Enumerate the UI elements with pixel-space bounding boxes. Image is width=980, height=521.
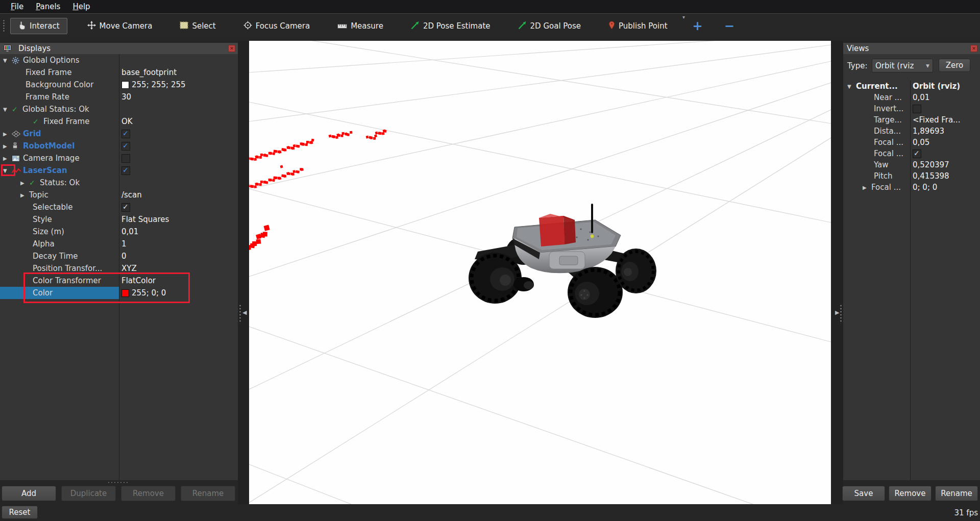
- tool-publish-point[interactable]: Publish Point: [601, 18, 675, 34]
- views-row-invert[interactable]: Invert...: [843, 103, 980, 114]
- toolbar-overflow-arrow[interactable]: ▾: [682, 14, 685, 20]
- expand-arrow-right-icon[interactable]: ▶: [863, 185, 871, 190]
- menu-panels[interactable]: Panels: [30, 1, 66, 12]
- tool-measure[interactable]: Measure: [330, 18, 391, 34]
- rviz-window: FilePanelsHelp InteractMove CameraSelect…: [0, 0, 980, 521]
- display-row-label: Position Transfor...: [33, 264, 102, 273]
- views-row-targe[interactable]: Targe...<Fixed Fra...: [843, 114, 980, 126]
- display-row-label: Alpha: [33, 239, 55, 249]
- tool-2d-goal-pose[interactable]: 2D Goal Pose: [510, 18, 589, 34]
- views-row-near[interactable]: Near ...0,01: [843, 92, 980, 103]
- tool-move-camera[interactable]: Move Camera: [80, 18, 160, 34]
- views-save-button[interactable]: Save: [842, 486, 885, 501]
- display-label-cell: ▶Camera Image: [0, 152, 119, 164]
- reset-button[interactable]: Reset: [2, 506, 38, 519]
- display-value-cell: 1: [119, 238, 238, 250]
- status-ok-check-icon: ✓: [29, 179, 40, 187]
- display-row-value: 255; 255; 255: [132, 80, 186, 89]
- checkbox[interactable]: ✓: [121, 130, 130, 138]
- views-column-divider[interactable]: [910, 81, 911, 480]
- right-splitter-handle[interactable]: [840, 304, 842, 324]
- views-row-focal[interactable]: ▶Focal ...0; 0; 0: [843, 182, 980, 193]
- expand-arrow-down-icon[interactable]: ▼: [3, 58, 12, 63]
- views-value-cell: Orbit (rviz): [910, 81, 980, 92]
- displays-panel-header[interactable]: Displays ✕: [0, 43, 238, 54]
- views-panel-header[interactable]: Views ✕: [843, 43, 980, 54]
- views-row-current[interactable]: ▼Current...Orbit (rviz): [843, 81, 980, 92]
- views-type-label: Type:: [847, 61, 868, 70]
- views-close-icon[interactable]: ✕: [970, 45, 977, 52]
- left-splitter[interactable]: ◀: [238, 41, 249, 504]
- displays-column-divider[interactable]: [119, 54, 119, 480]
- selection-box-icon: [180, 21, 188, 31]
- checkbox[interactable]: ✓: [121, 203, 130, 212]
- display-value-cell: 0,01: [119, 226, 238, 238]
- robot-model-render: [469, 204, 656, 318]
- views-remove-button[interactable]: Remove: [889, 486, 932, 501]
- expand-arrow-right-icon[interactable]: ▶: [3, 156, 12, 161]
- displays-close-icon[interactable]: ✕: [228, 45, 235, 52]
- views-row-pitch[interactable]: Pitch0,415398: [843, 170, 980, 182]
- left-splitter-collapse-icon[interactable]: ◀: [242, 309, 247, 316]
- add-button[interactable]: Add: [2, 486, 56, 501]
- display-value-cell: ✓: [119, 201, 238, 213]
- toolbar-drag-handle[interactable]: [3, 19, 6, 33]
- add-tool-button[interactable]: +: [688, 19, 708, 33]
- views-row-yaw[interactable]: Yaw0,520397: [843, 159, 980, 170]
- views-type-dropdown[interactable]: Orbit (rviz ▼: [872, 59, 933, 72]
- checkbox[interactable]: [121, 154, 130, 163]
- point-pin-icon: [608, 21, 615, 32]
- views-rename-button[interactable]: Rename: [935, 486, 978, 501]
- views-value-cell: 0,520397: [910, 159, 980, 170]
- display-label-cell: ▼✓Global Status: Ok: [0, 103, 119, 115]
- checkbox-check-icon: ✓: [914, 149, 920, 157]
- menu-file[interactable]: File: [5, 1, 29, 12]
- display-row-value: 30: [121, 92, 131, 102]
- tool-interact[interactable]: Interact: [10, 18, 67, 34]
- views-label-cell: ▶Focal ...: [843, 182, 910, 193]
- views-row-dista[interactable]: Dista...1,89693: [843, 126, 980, 137]
- expand-arrow-right-icon[interactable]: ▶: [20, 180, 29, 186]
- views-row-focal[interactable]: Focal ...✓: [843, 148, 980, 159]
- display-label-cell: Background Color: [0, 79, 119, 91]
- expand-arrow-down-icon[interactable]: ▼: [847, 84, 856, 89]
- views-row-label: Targe...: [874, 115, 902, 125]
- 3d-viewport[interactable]: [249, 41, 831, 504]
- tool-2d-pose-estimate[interactable]: 2D Pose Estimate: [403, 18, 498, 34]
- checkbox[interactable]: ✓: [121, 166, 130, 175]
- duplicate-button[interactable]: Duplicate: [61, 486, 116, 501]
- expand-arrow-down-icon[interactable]: ▼: [3, 107, 12, 112]
- right-splitter[interactable]: ▶: [831, 41, 843, 504]
- remove-button[interactable]: Remove: [121, 486, 176, 501]
- display-row-label: Topic: [29, 190, 48, 200]
- tool-focus-camera[interactable]: Focus Camera: [236, 18, 317, 34]
- zero-button[interactable]: Zero: [939, 59, 970, 72]
- views-row-focal[interactable]: Focal ...0,05: [843, 137, 980, 148]
- views-value-cell: 0,05: [910, 137, 980, 148]
- fps-counter: 31 fps: [914, 508, 978, 517]
- checkbox[interactable]: [913, 105, 921, 113]
- hand-icon: [18, 21, 26, 32]
- menu-help[interactable]: Help: [67, 1, 95, 12]
- views-row-value: 0; 0; 0: [913, 183, 937, 192]
- rename-button[interactable]: Rename: [181, 486, 235, 501]
- remove-tool-button[interactable]: −: [719, 19, 740, 33]
- annotation-laserscan-expand: [1, 164, 15, 176]
- views-row-label: Focal ...: [871, 183, 901, 192]
- left-splitter-handle[interactable]: [239, 304, 241, 324]
- expand-arrow-right-icon[interactable]: ▶: [3, 131, 12, 137]
- tool-select[interactable]: Select: [172, 18, 223, 34]
- displays-panel-title: Displays: [18, 44, 51, 53]
- views-label-cell: ▼Current...: [843, 81, 910, 92]
- image-icon: [12, 155, 23, 162]
- color-swatch[interactable]: [121, 81, 129, 89]
- checkbox[interactable]: ✓: [121, 142, 130, 151]
- expand-arrow-right-icon[interactable]: ▶: [20, 192, 29, 198]
- views-row-value: 0,520397: [913, 160, 949, 169]
- displays-bottom-splitter-handle[interactable]: [107, 481, 128, 484]
- display-row-label: Fixed Frame: [43, 117, 89, 126]
- right-splitter-collapse-icon[interactable]: ▶: [835, 309, 839, 316]
- checkbox-check-icon: ✓: [122, 129, 129, 137]
- expand-arrow-right-icon[interactable]: ▶: [3, 143, 12, 149]
- checkbox[interactable]: ✓: [913, 150, 921, 158]
